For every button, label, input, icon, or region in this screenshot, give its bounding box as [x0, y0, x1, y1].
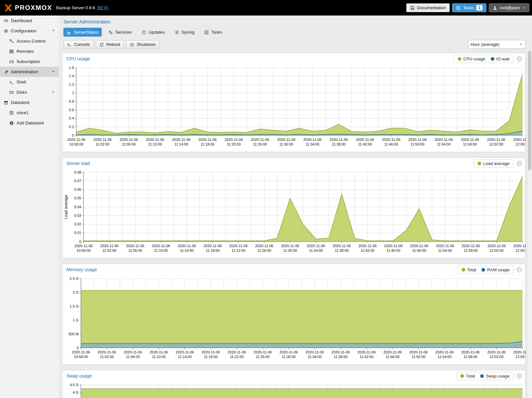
svg-text:11:18:00: 11:18:00	[206, 249, 220, 252]
sidebar-item-configuration[interactable]: Configuration	[0, 26, 59, 36]
documentation-label: Documentation	[417, 5, 446, 10]
svg-text:11:14:00: 11:14:00	[174, 142, 188, 146]
beta-link[interactable]: BETA	[97, 5, 108, 10]
svg-text:2020-11-06: 2020-11-06	[279, 350, 298, 354]
svg-text:2020-11-06: 2020-11-06	[487, 350, 506, 354]
sidebar-item-remotes[interactable]: Remotes	[0, 46, 59, 56]
sidebar-item-access-control[interactable]: Access Control	[0, 36, 59, 46]
svg-text:2020-11-06: 2020-11-06	[120, 138, 138, 142]
sidebar-item-label: Configuration	[11, 28, 36, 33]
svg-text:Load average: Load average	[64, 195, 68, 219]
gear-icon	[3, 29, 9, 33]
terminal-icon	[9, 80, 14, 84]
time-range-select[interactable]: Hour (average)	[468, 40, 525, 49]
shutdown-button[interactable]: Shutdown	[126, 40, 160, 49]
svg-text:11:42:00: 11:42:00	[361, 249, 374, 252]
collapse-panel-button[interactable]	[516, 267, 522, 273]
svg-text:1: 1	[72, 91, 74, 95]
legend-dot-icon	[460, 374, 464, 378]
svg-text:11:14:00: 11:14:00	[178, 355, 192, 359]
svg-text:2020-11-06: 2020-11-06	[358, 244, 376, 248]
svg-text:2020-11-06: 2020-11-06	[254, 350, 272, 354]
svg-text:2020-11-06: 2020-11-06	[67, 138, 85, 142]
svg-text:2020-11-06: 2020-11-06	[93, 138, 112, 142]
hdd-icon	[9, 90, 14, 95]
tab-serverstatus[interactable]: ServerStatus	[63, 28, 102, 37]
chart-legend: CPU usage IO wait	[454, 55, 514, 63]
sidebar-item-datastore[interactable]: Datastore	[0, 97, 59, 108]
legend-item: IO wait	[491, 56, 510, 61]
legend-dot-icon	[480, 374, 484, 378]
proxmox-logo: PROXMOX	[4, 4, 52, 12]
svg-text:0.02: 0.02	[74, 222, 81, 226]
svg-text:11:22:00: 11:22:00	[227, 142, 241, 146]
svg-text:2020-11-06: 2020-11-06	[146, 138, 164, 142]
collapse-panel-button[interactable]	[516, 373, 522, 379]
sidebar-item-dashboard[interactable]: Dashboard	[0, 16, 59, 26]
cpu-usage-panel: CPU usage CPU usage IO wait 00.20.40.60.…	[62, 53, 525, 152]
sidebar-item-shell[interactable]: Shell	[0, 77, 59, 87]
user-menu-button[interactable]: root@pam	[489, 3, 529, 12]
sidebar-item-administration[interactable]: Administration	[0, 67, 59, 77]
svg-text:11:22:00: 11:22:00	[230, 355, 244, 359]
tab-syslog[interactable]: Syslog	[171, 28, 197, 37]
legend-label: RAM usage	[487, 267, 510, 272]
collapse-panel-button[interactable]	[516, 56, 522, 62]
legend-item: CPU usage	[458, 56, 485, 61]
tab-services[interactable]: Services	[105, 28, 135, 37]
svg-text:11:30:00: 11:30:00	[282, 355, 296, 359]
svg-text:10:58:00: 10:58:00	[74, 355, 88, 359]
sidebar-item-label: store1	[17, 110, 28, 115]
panel-header: CPU usage CPU usage IO wait	[62, 53, 525, 64]
svg-text:11:30:00: 11:30:00	[283, 249, 297, 252]
chevron-down-icon[interactable]	[51, 70, 56, 73]
svg-text:10:58:00: 10:58:00	[77, 249, 91, 252]
svg-text:2020-11-06: 2020-11-06	[356, 138, 374, 142]
svg-text:2020-11-06: 2020-11-06	[303, 138, 321, 142]
svg-text:11:22:00: 11:22:00	[231, 249, 245, 252]
scrollbar-thumb[interactable]	[528, 51, 531, 170]
svg-text:2020-11-06: 2020-11-06	[100, 244, 118, 248]
tab-tasks[interactable]: Tasks	[201, 28, 225, 37]
user-icon	[493, 6, 497, 10]
tab-label: Tasks	[211, 30, 222, 35]
vertical-scrollbar[interactable]	[527, 50, 532, 398]
panel-title: Server load	[65, 161, 474, 166]
svg-text:1 G: 1 G	[73, 318, 79, 322]
server-rows-icon	[9, 49, 14, 54]
tab-updates[interactable]: Updates	[138, 28, 168, 37]
svg-text:11:14:00: 11:14:00	[180, 249, 194, 252]
svg-text:2020-11-06: 2020-11-06	[225, 138, 243, 142]
legend-label: Swap usage	[486, 374, 510, 379]
sidebar-item-disks[interactable]: Disks	[0, 87, 59, 97]
svg-text:0.07: 0.07	[74, 179, 81, 183]
sidebar-item-add-datastore[interactable]: Add Datastore	[0, 118, 59, 128]
chevron-down-icon[interactable]	[51, 29, 56, 32]
svg-text:12:02:00: 12:02:00	[489, 355, 504, 359]
sidebar-item-subscription[interactable]: Subscription	[0, 56, 59, 67]
reboot-button[interactable]: Reboot	[96, 40, 124, 49]
sidebar-item-label: Datastore	[11, 100, 29, 105]
svg-text:0.01: 0.01	[74, 231, 81, 235]
collapse-panel-button[interactable]	[516, 161, 522, 166]
memory-usage-chart: 0500 M1 G1.5 G2 G2.5 G2020-11-0610:58:00…	[62, 275, 525, 364]
tasks-button[interactable]: Tasks 1	[452, 3, 486, 12]
memory-usage-panel: Memory usage Total RAM usage 0500 M1 G1.…	[62, 264, 525, 365]
panel-header: Server load Load average	[62, 158, 525, 169]
console-button[interactable]: Console	[63, 40, 93, 49]
svg-text:2020-11-06: 2020-11-06	[152, 244, 170, 248]
tasks-badge: 1	[476, 5, 482, 11]
svg-text:0.8: 0.8	[69, 99, 74, 103]
svg-text:12:06:00: 12:06:00	[515, 249, 526, 252]
chevron-down-icon	[519, 43, 523, 46]
svg-text:11:50:00: 11:50:00	[410, 142, 424, 146]
sidebar-item-store1[interactable]: store1	[0, 108, 59, 118]
brand-text: PROXMOX	[15, 4, 52, 12]
documentation-button[interactable]: Documentation	[406, 3, 450, 12]
legend-label: Total	[466, 374, 475, 379]
svg-text:11:02:00: 11:02:00	[95, 142, 109, 146]
svg-text:11:58:00: 11:58:00	[463, 142, 477, 146]
chevron-right-icon[interactable]	[51, 90, 56, 94]
svg-text:11:02:00: 11:02:00	[100, 355, 114, 359]
tab-label: ServerStatus	[74, 30, 98, 35]
